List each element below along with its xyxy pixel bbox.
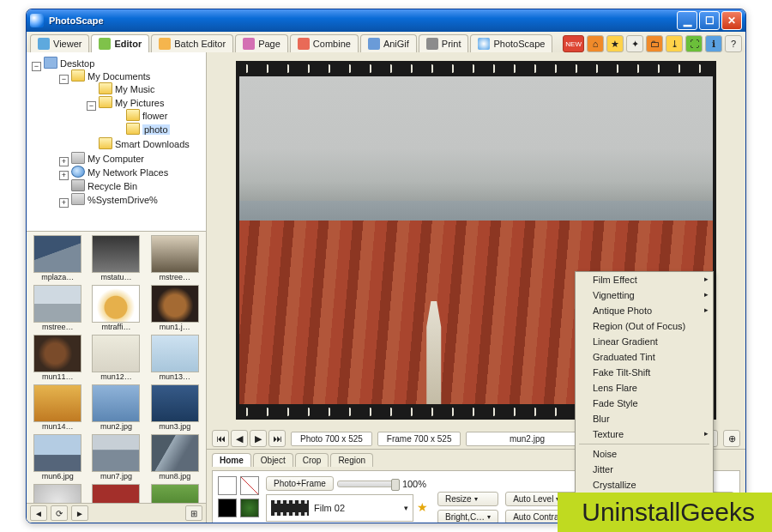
help-icon[interactable]: ? bbox=[725, 35, 742, 52]
menu-film-effect[interactable]: Film Effect bbox=[576, 272, 713, 287]
subtab-object[interactable]: Object bbox=[253, 453, 293, 467]
thumbnail-item[interactable]: mun12… bbox=[88, 335, 143, 381]
swatch-texture[interactable] bbox=[240, 499, 259, 517]
thumbnail-item[interactable] bbox=[88, 484, 143, 503]
nav-last-button[interactable]: ⏭ bbox=[268, 430, 286, 447]
swatch-none[interactable] bbox=[240, 476, 259, 495]
thumbnail-caption: mplaza… bbox=[41, 273, 74, 281]
thumbnail-item[interactable]: mun13… bbox=[148, 335, 202, 381]
thumbnail-item[interactable]: mun2.jpg bbox=[88, 384, 143, 431]
thumbnail-image bbox=[33, 335, 81, 372]
menu-texture[interactable]: Texture bbox=[576, 426, 713, 442]
thumbnail-image bbox=[151, 484, 199, 503]
thumb-next-button[interactable]: ► bbox=[71, 505, 88, 521]
subtab-crop[interactable]: Crop bbox=[295, 453, 329, 467]
tree-desktop[interactable]: −Desktop −My Documents My Music −My Pict… bbox=[30, 56, 204, 207]
folder-tree[interactable]: −Desktop −My Documents My Music −My Pict… bbox=[27, 52, 206, 232]
thumbnail-item[interactable]: mun6.jpg bbox=[30, 434, 85, 481]
thumb-refresh-button[interactable]: ⟳ bbox=[51, 505, 68, 521]
tree-desktop-label: Desktop bbox=[60, 58, 94, 69]
subtab-home[interactable]: Home bbox=[212, 453, 251, 467]
thumbnail-item[interactable]: mun14… bbox=[30, 384, 85, 431]
tab-editor[interactable]: Editor bbox=[91, 34, 149, 52]
nav-next-button[interactable]: ▶ bbox=[250, 430, 267, 447]
thumb-zoom-button[interactable]: ⊞ bbox=[185, 505, 202, 521]
tab-batch-editor[interactable]: Batch Editor bbox=[151, 34, 233, 52]
resize-button[interactable]: Resize bbox=[437, 492, 498, 506]
menu-noise[interactable]: Noise bbox=[576, 446, 713, 462]
thumbnail-item[interactable]: mun11… bbox=[30, 335, 85, 381]
tree-recycle-bin[interactable]: Recycle Bin bbox=[57, 178, 204, 192]
thumbnail-caption: mstree… bbox=[160, 273, 191, 281]
thumbnail-item[interactable]: mstree… bbox=[30, 285, 85, 331]
thumbnail-item[interactable] bbox=[30, 484, 85, 503]
menu-vignetting[interactable]: Vignetting bbox=[576, 287, 713, 303]
thumbnail-pane[interactable]: mplaza…mstatu…mstree…mstree…mtraffi…mun1… bbox=[27, 232, 206, 503]
bright-button[interactable]: Bright,C… bbox=[437, 510, 498, 523]
thumbnail-item[interactable]: mstatu… bbox=[88, 235, 143, 281]
tree-my-network-places[interactable]: +My Network Places bbox=[57, 165, 204, 178]
tab-viewer[interactable]: Viewer bbox=[30, 34, 89, 52]
tree-photo[interactable]: photo bbox=[112, 122, 204, 136]
nav-first-button[interactable]: ⏮ bbox=[212, 430, 229, 447]
new-badge[interactable]: NEW bbox=[563, 35, 584, 52]
thumb-prev-button[interactable]: ◄ bbox=[30, 505, 47, 521]
thumbnail-caption: mun2.jpg bbox=[100, 422, 132, 431]
folder-icon[interactable]: 🗀 bbox=[646, 35, 663, 52]
thumbnail-item[interactable]: mtraffi… bbox=[88, 285, 143, 331]
anigif-icon bbox=[368, 38, 380, 50]
thumbnail-item[interactable]: mun7.jpg bbox=[88, 434, 143, 481]
menu-fake-tilt-shift[interactable]: Fake Tilt-Shift bbox=[576, 365, 713, 380]
tree-my-documents[interactable]: −My Documents My Music −My Pictures flow… bbox=[57, 69, 204, 151]
menu-crystallize[interactable]: Crystallize bbox=[576, 477, 713, 493]
tree-my-computer[interactable]: +My Computer bbox=[57, 151, 204, 165]
menu-blur[interactable]: Blur bbox=[576, 411, 713, 426]
save-icon[interactable]: ⤓ bbox=[666, 35, 683, 52]
menu-fade-style[interactable]: Fade Style bbox=[576, 396, 713, 411]
thumbnail-item[interactable] bbox=[148, 484, 202, 503]
tree-my-music[interactable]: My Music bbox=[85, 82, 204, 95]
thumbnail-item[interactable]: mplaza… bbox=[30, 235, 85, 281]
favorite-star-icon[interactable]: ★ bbox=[417, 501, 431, 515]
menu-jitter[interactable]: Jitter bbox=[576, 462, 713, 477]
close-button[interactable] bbox=[721, 11, 742, 30]
thumbnail-caption: mtraffi… bbox=[102, 323, 131, 331]
minimize-button[interactable] bbox=[677, 11, 697, 30]
star-icon[interactable]: ★ bbox=[606, 35, 624, 52]
tree-systemdrive[interactable]: +%SystemDrive% bbox=[57, 192, 204, 206]
info-icon[interactable]: ℹ bbox=[705, 35, 722, 52]
subtab-region[interactable]: Region bbox=[330, 453, 373, 467]
tree-smart-downloads[interactable]: Smart Downloads bbox=[85, 136, 204, 150]
nav-prev-button[interactable]: ◀ bbox=[231, 430, 248, 447]
thumbnail-caption: mstree… bbox=[42, 323, 74, 331]
menu-linear-gradient[interactable]: Linear Gradient bbox=[576, 334, 713, 349]
thumbnail-image bbox=[92, 434, 140, 472]
menu-lens-flare[interactable]: Lens Flare bbox=[576, 380, 713, 396]
home-icon[interactable]: ⌂ bbox=[587, 35, 604, 52]
tab-photoscape[interactable]: PhotoScape bbox=[470, 34, 552, 52]
swatch-white[interactable] bbox=[218, 476, 237, 495]
thumbnail-item[interactable]: mun1.j… bbox=[148, 285, 202, 331]
tab-anigif[interactable]: AniGif bbox=[360, 34, 417, 52]
zoom-in-button[interactable]: ⊕ bbox=[723, 430, 740, 447]
tab-print[interactable]: Print bbox=[419, 34, 469, 52]
menu-antique-photo[interactable]: Antique Photo bbox=[576, 303, 713, 318]
resize-column: Resize Bright,C… bbox=[437, 492, 498, 523]
maximize-button[interactable] bbox=[699, 11, 720, 30]
tab-combine[interactable]: Combine bbox=[290, 34, 359, 52]
photo-frame-button[interactable]: Photo+Frame bbox=[266, 476, 334, 491]
menu-region-oof[interactable]: Region (Out of Focus) bbox=[576, 318, 713, 334]
thumbnail-item[interactable]: mun3.jpg bbox=[148, 384, 202, 431]
opacity-slider[interactable] bbox=[337, 481, 399, 487]
tab-page[interactable]: Page bbox=[235, 34, 288, 52]
thumbnail-caption: mun14… bbox=[42, 422, 74, 431]
frame-select[interactable]: Film 02 ▾ bbox=[266, 494, 413, 522]
menu-graduated-tint[interactable]: Graduated Tint bbox=[576, 349, 713, 365]
tree-flower[interactable]: flower bbox=[112, 108, 204, 122]
tree-my-pictures[interactable]: −My Pictures flower photo bbox=[85, 95, 204, 136]
thumbnail-item[interactable]: mun8.jpg bbox=[148, 434, 202, 481]
gear-icon[interactable]: ✦ bbox=[626, 35, 643, 52]
fullscreen-icon[interactable]: ⛶ bbox=[685, 35, 703, 52]
swatch-black[interactable] bbox=[218, 499, 237, 517]
thumbnail-item[interactable]: mstree… bbox=[148, 235, 202, 281]
